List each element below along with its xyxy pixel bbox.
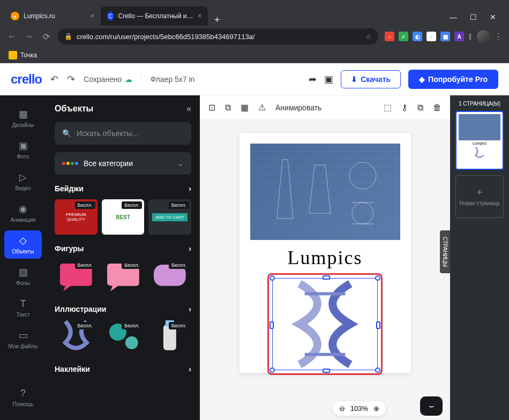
download-button[interactable]: ⬇ Скачать [341,70,401,88]
resize-handle-tm[interactable] [323,275,330,280]
rail-label: Анимация [11,217,36,223]
new-tab-button[interactable]: + [208,14,227,26]
object-thumb-shape-3[interactable]: Беспл. [148,259,191,295]
section-illustrations[interactable]: Иллюстрации › [55,305,191,313]
close-icon[interactable]: × [91,12,94,20]
section-label: Бейджи [55,184,84,193]
rail-item-video[interactable]: ▷ Видео [4,167,42,196]
effects-icon[interactable]: ▦ [241,102,249,112]
free-tag: Беспл. [169,261,189,269]
zoom-value: 103% [350,404,368,412]
category-dots-icon [62,162,78,165]
ext-icon-2[interactable]: ✓ [399,32,408,41]
rail-label: Мои файлы [9,343,38,349]
rail-item-backgrounds[interactable]: ▨ Фоны [4,262,42,290]
chat-button[interactable]: ⌣ [420,396,443,416]
new-page-button[interactable]: + Новая страница [455,175,504,218]
resize-handle-br[interactable] [375,368,380,373]
present-icon[interactable]: ▣ [324,73,333,85]
selection-bounds[interactable] [272,278,378,370]
rail-item-objects[interactable]: ◇ Объекты [4,230,42,259]
back-icon[interactable]: ← [6,32,17,41]
reload-icon[interactable]: ⟳ [41,32,51,42]
close-icon[interactable]: × [198,12,201,20]
ext-icon-3[interactable]: ◐ [413,32,422,41]
section-badges[interactable]: Бейджи › [55,184,191,193]
browser-tab-bar: ● Lumpics.ru × C Crello — Бесплатный инс… [0,0,509,26]
categories-dropdown[interactable]: Все категории ⌄ [55,152,191,175]
profile-avatar[interactable] [477,30,490,43]
crop-icon[interactable]: ⧉ [225,103,231,112]
browser-tab-crello[interactable]: C Crello — Бесплатный инструмен × [101,6,208,26]
object-thumb-illus-3[interactable]: Беспл. [148,320,191,355]
object-thumb-illus-2[interactable]: Беспл. [102,320,145,355]
section-stickers[interactable]: Наклейки › [55,365,191,373]
divider [141,73,141,86]
resize-handle-bl[interactable] [270,368,275,373]
canvas-toolbar: ⊡ ⧉ ▦ ⚠ Анимировать ⬚ ⚷ ⧉ 🗑 [200,95,450,120]
help-icon: ? [17,387,29,399]
objects-panel: Объекты « 🔍 Искать объекты... Все катего… [46,95,200,420]
pages-side-tab[interactable]: СТРАНИЦЫ [440,230,450,273]
collapse-panel-icon[interactable]: « [186,104,191,114]
reading-list-icon[interactable]: ⫿ [468,32,473,41]
lock-icon: 🔒 [64,33,72,40]
blueprint-image[interactable] [250,144,400,240]
resize-handle-mr[interactable] [376,321,380,329]
resize-handle-tl[interactable] [270,275,275,281]
url-input[interactable]: 🔒 crello.com/ru/user/projects/5ebc66d519… [58,28,378,44]
flip-icon[interactable]: ⚠ [258,102,266,112]
object-thumb-shape-2[interactable]: Беспл. [102,259,145,295]
rail-label: Объекты [12,249,34,254]
rail-item-text[interactable]: T Текст [4,294,42,322]
menu-icon[interactable]: ⋮ [494,32,503,42]
canvas-viewport[interactable]: Lumpics [200,120,450,420]
grid-icon: ▦ [17,108,29,120]
close-window-icon[interactable]: ✕ [490,13,496,21]
object-thumb-badge-3[interactable]: ADD TO CARTБеспл. [148,199,191,235]
design-canvas[interactable]: Lumpics [239,133,411,373]
ext-icon-6[interactable]: A [454,32,464,41]
dna-illustration[interactable] [273,279,377,370]
rail-item-files[interactable]: ▭ Мои файлы [4,325,42,354]
object-thumb-shape-1[interactable]: Беспл. [55,259,98,295]
forward-icon[interactable]: → [24,32,34,41]
lock-icon[interactable]: ⚷ [401,102,408,112]
object-thumb-illus-1[interactable]: Беспл. [55,320,98,355]
try-pro-button[interactable]: ◆ Попробуйте Pro [408,70,498,89]
rail-item-photo[interactable]: ▣ Фото [4,136,42,164]
resize-handle-tr[interactable] [375,275,380,281]
object-thumb-badge-1[interactable]: PREMIUMQUALITYБеспл. [55,199,98,235]
section-shapes[interactable]: Фигуры › [55,244,191,253]
redo-icon[interactable]: ↷ [67,73,75,85]
delete-icon[interactable]: 🗑 [433,103,441,112]
ext-icon-1[interactable]: ○ [385,32,394,41]
layers-icon[interactable]: ⬚ [384,102,392,112]
zoom-out-icon[interactable]: ⊖ [339,404,345,412]
share-icon[interactable]: ➦ [309,73,317,85]
resize-handle-ml[interactable] [270,321,274,329]
object-thumb-badge-2[interactable]: BESTБеспл. [102,199,145,235]
rail-item-designs[interactable]: ▦ Дизайны [4,104,42,132]
canvas-title-text[interactable]: Lumpics [250,246,400,269]
page-thumb-1[interactable]: Lumpics [455,111,504,170]
favicon-crello: C [107,12,114,20]
rail-item-animation[interactable]: ◉ Анимация [4,199,42,227]
star-icon[interactable]: ☆ [365,33,372,41]
ext-icon-4[interactable]: ↓ [426,32,436,41]
animate-button[interactable]: Анимировать [275,103,321,112]
resize-handle-bm[interactable] [323,369,330,373]
zoom-in-icon[interactable]: ⊕ [373,404,379,412]
rail-item-help[interactable]: ? Помощь [4,383,42,411]
project-name[interactable]: Флаер 5x7 in [150,75,194,84]
logo[interactable]: crello [11,72,42,87]
browser-tab-lumpics[interactable]: ● Lumpics.ru × [4,6,101,26]
duplicate-icon[interactable]: ⧉ [417,103,423,112]
maximize-icon[interactable]: ☐ [470,13,477,21]
undo-icon[interactable]: ↶ [50,73,58,85]
bookmark-item[interactable]: Точка [9,51,37,59]
position-icon[interactable]: ⊡ [208,102,215,112]
minimize-icon[interactable]: — [450,13,457,21]
search-input[interactable]: 🔍 Искать объекты... [55,122,191,145]
ext-icon-5[interactable]: ▦ [440,32,450,41]
